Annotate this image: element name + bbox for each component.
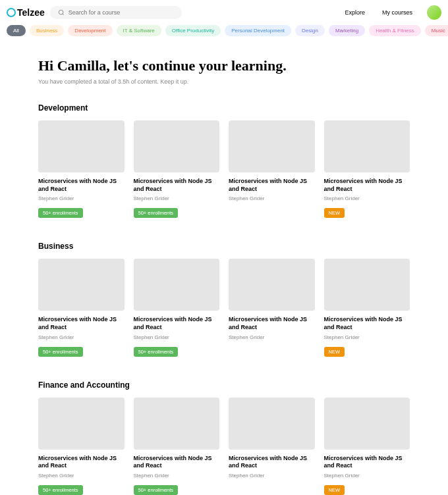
course-card[interactable]: Microservices with Node JS and ReactStep… xyxy=(134,120,220,218)
filter-chip-all[interactable]: All xyxy=(7,25,26,36)
search-box[interactable] xyxy=(50,6,182,19)
course-card[interactable]: Microservices with Node JS and ReactStep… xyxy=(134,259,220,356)
course-author: Stephen Grider xyxy=(229,334,315,340)
filter-chip-business[interactable]: Business xyxy=(30,25,64,36)
course-author: Stephen Grider xyxy=(38,473,125,479)
course-author: Stephen Grider xyxy=(229,473,315,479)
brand-name: Telzee xyxy=(17,7,45,18)
new-badge: NEW xyxy=(324,485,345,495)
filter-chip-music[interactable]: Music xyxy=(425,25,448,36)
course-card[interactable]: Microservices with Node JS and ReactStep… xyxy=(229,398,315,495)
course-author: Stephen Grider xyxy=(324,334,410,340)
course-title: Microservices with Node JS and React xyxy=(134,455,220,470)
filter-chip-it-software[interactable]: IT & Software xyxy=(117,25,161,36)
section-title: Development xyxy=(38,103,410,113)
course-thumbnail xyxy=(38,120,125,172)
course-author: Stephen Grider xyxy=(134,473,220,479)
nav-explore[interactable]: Explore xyxy=(345,9,365,16)
course-title: Microservices with Node JS and React xyxy=(229,178,315,193)
course-thumbnail xyxy=(134,398,220,450)
course-card[interactable]: Microservices with Node JS and ReactStep… xyxy=(324,120,410,218)
course-author: Stephen Grider xyxy=(229,195,315,201)
course-author: Stephen Grider xyxy=(38,195,125,201)
filter-chip-development[interactable]: Development xyxy=(68,25,112,36)
course-author: Stephen Grider xyxy=(324,473,410,479)
main-content: Hi Camilla, let's continue your learning… xyxy=(0,41,448,495)
svg-point-0 xyxy=(59,10,63,14)
course-title: Microservices with Node JS and React xyxy=(134,316,220,331)
course-card[interactable]: Microservices with Node JS and ReactStep… xyxy=(324,259,410,356)
course-title: Microservices with Node JS and React xyxy=(229,455,315,470)
course-title: Microservices with Node JS and React xyxy=(324,455,410,470)
course-author: Stephen Grider xyxy=(134,334,220,340)
course-title: Microservices with Node JS and React xyxy=(38,455,125,470)
course-thumbnail xyxy=(38,398,125,450)
course-title: Microservices with Node JS and React xyxy=(324,178,410,193)
logo[interactable]: Telzee xyxy=(7,7,45,18)
course-thumbnail xyxy=(134,259,220,311)
course-thumbnail xyxy=(134,120,220,172)
enrollment-badge: 50+ enrollments xyxy=(38,208,83,218)
course-grid: Microservices with Node JS and ReactStep… xyxy=(38,398,410,495)
section-title: Finance and Accounting xyxy=(38,380,410,390)
filter-chip-design[interactable]: Design xyxy=(295,25,325,36)
header: Telzee Explore My courses xyxy=(0,0,448,25)
logo-icon xyxy=(7,8,16,17)
course-title: Microservices with Node JS and React xyxy=(229,316,315,331)
course-author: Stephen Grider xyxy=(324,195,410,201)
course-thumbnail xyxy=(324,120,410,172)
course-grid: Microservices with Node JS and ReactStep… xyxy=(38,259,410,356)
new-badge: NEW xyxy=(324,208,345,218)
enrollment-badge: 50+ enrollments xyxy=(134,485,179,495)
avatar[interactable] xyxy=(427,5,441,20)
course-card[interactable]: Microservices with Node JS and ReactStep… xyxy=(324,398,410,495)
enrollment-badge: 50+ enrollments xyxy=(134,347,179,357)
course-grid: Microservices with Node JS and ReactStep… xyxy=(38,120,410,218)
course-card[interactable]: Microservices with Node JS and ReactStep… xyxy=(38,120,125,218)
course-thumbnail xyxy=(324,259,410,311)
course-card[interactable]: Microservices with Node JS and ReactStep… xyxy=(229,120,315,218)
course-thumbnail xyxy=(324,398,410,450)
course-card[interactable]: Microservices with Node JS and ReactStep… xyxy=(229,259,315,356)
course-thumbnail xyxy=(229,120,315,172)
subtitle: You have completed a total of 3.5h of co… xyxy=(38,78,410,85)
course-card[interactable]: Microservices with Node JS and ReactStep… xyxy=(38,398,125,495)
search-icon xyxy=(58,9,65,16)
course-author: Stephen Grider xyxy=(38,334,125,340)
course-thumbnail xyxy=(229,259,315,311)
course-title: Microservices with Node JS and React xyxy=(134,178,220,193)
filter-chip-personal-development[interactable]: Personal Development xyxy=(225,25,291,36)
course-card[interactable]: Microservices with Node JS and ReactStep… xyxy=(38,259,125,356)
greeting: Hi Camilla, let's continue your learning… xyxy=(38,57,410,74)
filter-bar: AllBusinessDevelopmentIT & SoftwareOffic… xyxy=(0,25,448,41)
enrollment-badge: 50+ enrollments xyxy=(38,347,83,357)
nav-my-courses[interactable]: My courses xyxy=(382,9,412,16)
course-card[interactable]: Microservices with Node JS and ReactStep… xyxy=(134,398,220,495)
enrollment-badge: 50+ enrollments xyxy=(38,485,83,495)
course-title: Microservices with Node JS and React xyxy=(324,316,410,331)
filter-chip-office-productivity[interactable]: Office Productivity xyxy=(165,25,221,36)
section-title: Business xyxy=(38,242,410,251)
course-title: Microservices with Node JS and React xyxy=(38,178,125,193)
new-badge: NEW xyxy=(324,347,345,357)
search-input[interactable] xyxy=(69,9,174,16)
course-thumbnail xyxy=(38,259,125,311)
filter-chip-marketing[interactable]: Marketing xyxy=(329,25,365,36)
course-title: Microservices with Node JS and React xyxy=(38,316,125,331)
enrollment-badge: 50+ enrollments xyxy=(134,208,179,218)
course-thumbnail xyxy=(229,398,315,450)
course-author: Stephen Grider xyxy=(134,195,220,201)
filter-chip-health-fitness[interactable]: Health & Fitness xyxy=(369,25,421,36)
